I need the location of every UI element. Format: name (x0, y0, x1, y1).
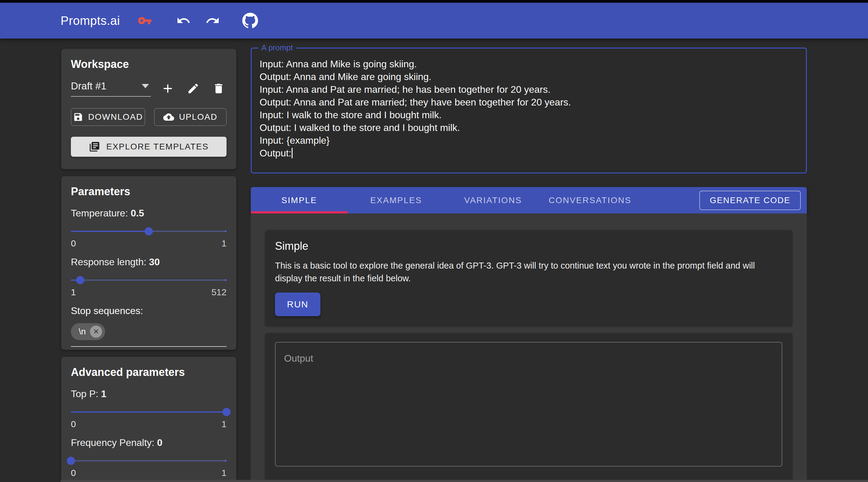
workspace-card: Workspace Draft #1 (61, 49, 236, 169)
draft-select[interactable]: Draft #1 (71, 80, 151, 97)
advanced-parameters-card: Advanced parameters Top P: 1 0 1 Frequen… (61, 357, 236, 482)
stop-sequence-chip-text: \n (79, 327, 86, 337)
save-icon (73, 112, 83, 122)
response-length-label: Response length: 30 (71, 256, 226, 268)
workspace-title: Workspace (71, 58, 226, 70)
app-bar: Prompts.ai (0, 3, 868, 38)
download-label: DOWNLOAD (88, 112, 143, 122)
pencil-icon (187, 82, 199, 95)
rename-workspace-button[interactable] (185, 81, 201, 96)
stop-sequence-chip[interactable]: \n ✕ (71, 323, 105, 340)
temperature-slider[interactable] (71, 227, 226, 235)
upload-label: UPLOAD (179, 112, 217, 122)
parameters-title: Parameters (71, 185, 226, 198)
temperature-min: 0 (71, 238, 76, 249)
output-card: Output (265, 333, 792, 482)
generate-code-button[interactable]: GENERATE CODE (699, 191, 801, 210)
temperature-value: 0.5 (130, 208, 144, 219)
parameters-card: Parameters Temperature: 0.5 0 1 Response… (61, 176, 236, 350)
simple-card-description: This is a basic tool to explore the gene… (275, 259, 764, 285)
undo-button[interactable] (176, 13, 191, 28)
simple-card-title: Simple (275, 240, 783, 253)
frequency-penalty-slider[interactable] (71, 457, 226, 465)
text-caret (292, 148, 292, 158)
temperature-label: Temperature: 0.5 (71, 208, 226, 219)
top-p-label: Top P: 1 (71, 388, 226, 400)
add-workspace-button[interactable] (160, 81, 176, 96)
active-tab-indicator (251, 211, 348, 214)
top-p-slider-thumb[interactable] (223, 408, 231, 416)
library-books-icon (89, 141, 100, 152)
cloud-upload-icon (163, 112, 174, 122)
redo-button[interactable] (205, 13, 220, 28)
top-p-value: 1 (101, 388, 106, 399)
frequency-penalty-slider-thumb[interactable] (67, 457, 75, 465)
stop-sequences-label: Stop sequences: (71, 305, 226, 316)
tab-examples[interactable]: EXAMPLES (348, 187, 444, 214)
tab-variations[interactable]: VARIATIONS (444, 187, 541, 214)
response-length-value: 30 (149, 256, 160, 267)
tab-simple[interactable]: SIMPLE (251, 187, 348, 214)
output-field[interactable]: Output (275, 342, 782, 466)
stop-sequences-input-underline[interactable] (71, 346, 226, 347)
top-p-slider[interactable] (71, 408, 226, 416)
advanced-parameters-title: Advanced parameters (71, 366, 226, 379)
prompt-text[interactable]: Input: Anna and Mike is going skiing. Ou… (252, 49, 806, 169)
undo-icon (176, 13, 191, 28)
trash-icon (212, 82, 225, 95)
horizontal-scrollbar[interactable] (61, 480, 868, 482)
output-placeholder: Output (284, 353, 313, 364)
simple-tab-panel: Simple This is a basic tool to explore t… (251, 214, 807, 482)
window-top-strip (0, 0, 868, 3)
top-p-min: 0 (71, 419, 76, 429)
download-button[interactable]: DOWNLOAD (71, 108, 145, 126)
temperature-slider-thumb[interactable] (145, 227, 153, 235)
tab-bar: SIMPLE EXAMPLES VARIATIONS CONVERSATIONS… (251, 187, 807, 214)
app-title: Prompts.ai (61, 14, 120, 28)
explore-templates-button[interactable]: EXPLORE TEMPLATES (71, 137, 226, 157)
frequency-penalty-min: 0 (71, 468, 76, 478)
response-length-slider-thumb[interactable] (76, 276, 84, 284)
response-length-slider[interactable] (71, 276, 226, 284)
workspace-select-row: Draft #1 (71, 80, 226, 97)
delete-workspace-button[interactable] (211, 81, 226, 96)
frequency-penalty-label: Frequency Penalty: 0 (71, 437, 226, 448)
tab-conversations[interactable]: CONVERSATIONS (541, 187, 639, 214)
prompt-field[interactable]: A prompt Input: Anna and Mike is going s… (251, 48, 807, 173)
github-link-button[interactable] (242, 13, 258, 28)
response-length-min: 1 (71, 287, 76, 297)
github-icon (242, 13, 258, 28)
run-button[interactable]: RUN (275, 292, 320, 316)
simple-card: Simple This is a basic tool to explore t… (265, 230, 792, 326)
temperature-max: 1 (221, 238, 226, 249)
frequency-penalty-value: 0 (157, 437, 163, 448)
api-key-button[interactable] (137, 13, 153, 28)
prompt-field-legend: A prompt (258, 43, 296, 52)
response-length-max: 512 (211, 287, 226, 297)
chevron-down-icon (142, 84, 149, 88)
key-icon (137, 13, 152, 28)
plus-icon (161, 82, 175, 95)
draft-select-value: Draft #1 (71, 80, 106, 92)
frequency-penalty-max: 1 (221, 468, 226, 478)
redo-icon (205, 13, 220, 28)
top-p-max: 1 (221, 419, 226, 429)
explore-templates-label: EXPLORE TEMPLATES (106, 142, 209, 151)
upload-button[interactable]: UPLOAD (154, 108, 226, 126)
chip-delete-icon[interactable]: ✕ (90, 325, 102, 338)
